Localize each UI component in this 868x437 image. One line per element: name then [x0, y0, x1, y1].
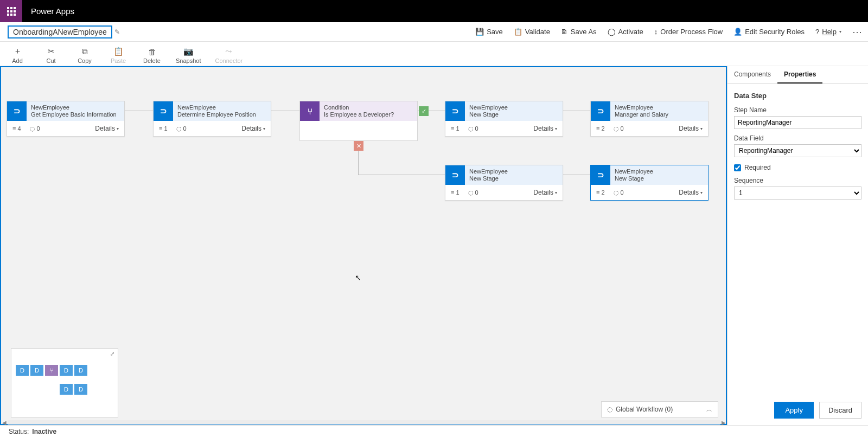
step-count: ≡ 1 [451, 189, 459, 196]
required-label: Required [744, 164, 771, 171]
designer-canvas[interactable]: ⊃ NewEmployee Get Employee Basic Informa… [1, 67, 726, 424]
canvas-wrapper: 🔍 🔍 ⛶ ⊃ NewEmployee Get Employee Basic I… [0, 66, 727, 425]
condition-icon: ⑂ [300, 101, 320, 121]
delete-button[interactable]: 🗑Delete [142, 47, 162, 64]
stage-icon: ⊃ [445, 165, 465, 185]
node-entity: NewEmployee [31, 104, 120, 111]
save-as-icon: 🗎 [561, 28, 568, 36]
activate-icon: ◯ [608, 28, 616, 36]
node-name: New Stage [615, 175, 704, 182]
details-button[interactable]: Details ▾ [241, 125, 265, 132]
camera-icon: 📷 [183, 47, 194, 56]
stage-node[interactable]: ⊃ NewEmployee New Stage ≡ 1 ◌ 0 Details … [445, 101, 563, 137]
delete-icon: 🗑 [148, 47, 156, 56]
minimap[interactable]: ⤢ D D ⑂ D D D D [11, 348, 118, 417]
trigger-count: ◌ 0 [30, 125, 40, 132]
horizontal-scroll[interactable]: ◀▶ [2, 419, 726, 426]
tab-properties[interactable]: Properties [777, 66, 822, 83]
trigger-count: ◌ 0 [614, 125, 624, 132]
connector-line [358, 175, 445, 175]
data-field-label: Data Field [734, 134, 861, 142]
condition-node[interactable]: ⑂ Condition Is Employee a Developer? [299, 101, 418, 141]
more-commands-button[interactable]: ⋯ [852, 26, 863, 38]
toolbar: ＋Add ✂Cut ⧉Copy 📋Paste 🗑Delete 📷Snapshot… [0, 42, 868, 66]
step-name-input[interactable] [734, 116, 861, 129]
discard-button[interactable]: Discard [819, 402, 861, 419]
stage-icon: ⊃ [591, 101, 610, 121]
cut-button[interactable]: ✂Cut [41, 47, 61, 64]
details-button[interactable]: Details ▾ [679, 125, 703, 132]
connector-button[interactable]: ⤳Connector [215, 47, 242, 64]
stage-node-selected[interactable]: ⊃ NewEmployee New Stage ≡ 2 ◌ 0 Details … [590, 165, 709, 201]
order-process-button[interactable]: ↕Order Process Flow [654, 28, 723, 36]
node-type: Condition [324, 104, 413, 111]
process-name-input[interactable]: OnboardingANewEmployee [8, 25, 112, 38]
node-name: Is Employee a Developer? [324, 111, 413, 118]
stage-node[interactable]: ⊃ NewEmployee Get Employee Basic Informa… [7, 101, 125, 137]
node-name: Get Employee Basic Information [31, 111, 120, 118]
minimap-expand-icon[interactable]: ⤢ [110, 351, 114, 357]
sequence-label: Sequence [734, 177, 861, 184]
save-button[interactable]: 💾Save [475, 28, 503, 36]
help-icon: ? [815, 28, 819, 36]
chevron-up-icon[interactable]: ︿ [706, 406, 712, 414]
stage-node[interactable]: ⊃ NewEmployee New Stage ≡ 1 ◌ 0 Details … [445, 165, 563, 201]
cut-icon: ✂ [48, 47, 55, 56]
copy-button[interactable]: ⧉Copy [75, 47, 94, 64]
step-count: ≡ 1 [159, 125, 168, 132]
stage-node[interactable]: ⊃ NewEmployee Manager and Salary ≡ 2 ◌ 0… [590, 101, 709, 137]
suite-title: Power Apps [22, 7, 83, 16]
no-branch-icon: ✕ [354, 141, 363, 151]
stage-icon: ⊃ [154, 101, 173, 121]
trigger-count: ◌ 0 [176, 125, 187, 132]
stage-icon: ⊃ [7, 101, 27, 121]
save-icon: 💾 [475, 28, 484, 36]
chevron-down-icon: ▾ [555, 126, 557, 131]
save-as-button[interactable]: 🗎Save As [561, 28, 597, 36]
help-button[interactable]: ?Help▾ [815, 28, 841, 36]
details-button[interactable]: Details ▾ [679, 189, 703, 196]
node-name: New Stage [469, 111, 558, 118]
activate-button[interactable]: ◯Activate [608, 28, 643, 36]
app-launcher[interactable] [0, 0, 22, 22]
data-field-select[interactable]: ReportingManager [734, 144, 861, 157]
add-button[interactable]: ＋Add [8, 46, 27, 64]
command-bar: OnboardingANewEmployee ✎ 💾Save 📋Validate… [0, 22, 868, 42]
status-bar: Status: Inactive [0, 425, 868, 437]
required-checkbox[interactable] [734, 164, 741, 171]
validate-button[interactable]: 📋Validate [514, 28, 550, 36]
minimap-node: ⑂ [45, 365, 58, 376]
connector-line [271, 111, 299, 111]
paste-button[interactable]: 📋Paste [108, 47, 128, 64]
paste-icon: 📋 [113, 47, 124, 56]
edit-security-button[interactable]: 👤Edit Security Roles [733, 28, 805, 36]
stage-node[interactable]: ⊃ NewEmployee Determine Employee Positio… [153, 101, 271, 137]
apply-button[interactable]: Apply [774, 402, 814, 419]
global-workflow-bar[interactable]: ◌Global Workflow (0) ︿ [601, 401, 718, 417]
connector-line [125, 111, 153, 111]
step-count: ≡ 2 [596, 125, 605, 132]
node-entity: NewEmployee [615, 104, 704, 111]
node-name: Manager and Salary [615, 111, 704, 118]
details-button[interactable]: Details ▾ [533, 125, 557, 132]
waffle-icon [7, 7, 16, 16]
details-button[interactable]: Details ▾ [533, 189, 557, 196]
chevron-down-icon: ▾ [263, 126, 265, 131]
snapshot-button[interactable]: 📷Snapshot [176, 47, 201, 64]
step-count: ≡ 2 [596, 189, 605, 196]
edit-name-icon[interactable]: ✎ [114, 28, 120, 36]
connector-icon: ⤳ [225, 47, 232, 56]
minimap-node: D [60, 384, 73, 395]
workflow-icon: ◌ [607, 406, 612, 413]
sequence-select[interactable]: 1 [734, 187, 861, 200]
trigger-count: ◌ 0 [468, 189, 478, 196]
minimap-node: D [30, 365, 43, 376]
properties-panel: Components Properties Data Step Step Nam… [727, 66, 868, 425]
chevron-down-icon: ▾ [555, 190, 557, 195]
suite-bar: Power Apps [0, 0, 868, 22]
connector-line [563, 175, 590, 175]
trigger-count: ◌ 0 [468, 125, 478, 132]
details-button[interactable]: Details ▾ [95, 125, 119, 132]
tab-components[interactable]: Components [727, 66, 777, 83]
copy-icon: ⧉ [82, 47, 88, 56]
